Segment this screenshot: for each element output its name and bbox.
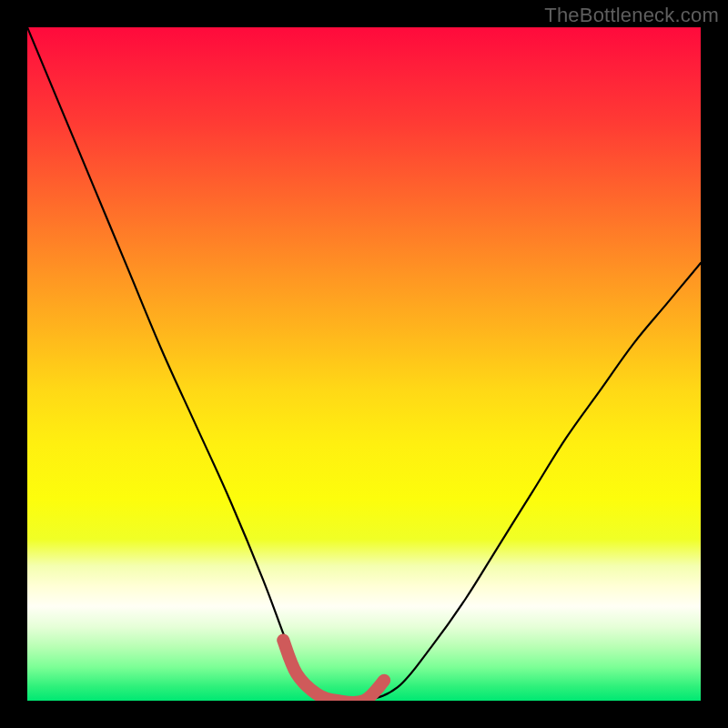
watermark-text: TheBottleneck.com <box>544 4 719 27</box>
bottleneck-curve <box>27 27 701 701</box>
curve-layer <box>27 27 701 701</box>
optimal-range-highlight <box>283 640 384 701</box>
chart-frame: TheBottleneck.com <box>0 0 728 728</box>
plot-area <box>27 27 701 701</box>
